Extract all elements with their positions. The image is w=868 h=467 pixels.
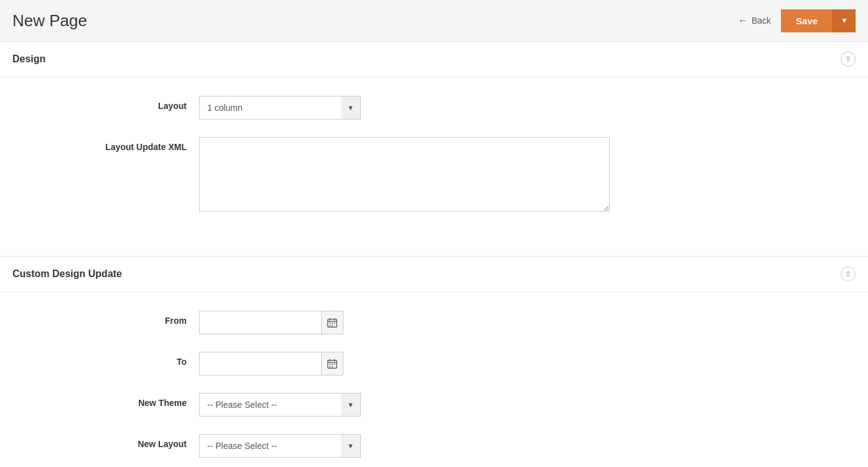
svg-rect-17 — [332, 366, 333, 367]
svg-rect-8 — [332, 325, 333, 326]
from-calendar-button[interactable] — [321, 311, 343, 334]
layout-dropdown-arrow[interactable]: ▼ — [341, 96, 361, 120]
to-label: To — [12, 352, 199, 367]
design-section-header[interactable]: Design ⇧ — [0, 42, 868, 77]
header-actions: ← Back Save ▼ — [728, 9, 856, 32]
svg-rect-16 — [330, 366, 331, 367]
page-content: Design ⇧ Layout 1 column 2 columns with … — [0, 42, 868, 467]
svg-rect-14 — [332, 364, 333, 365]
design-section-toggle[interactable]: ⇧ — [841, 52, 856, 67]
layout-label: Layout — [12, 96, 199, 111]
to-field — [199, 352, 635, 375]
from-row: From — [12, 311, 856, 334]
new-theme-select[interactable]: -- Please Select -- — [199, 393, 341, 417]
to-row: To — [12, 352, 856, 375]
custom-design-toggle-icon: ⇧ — [845, 270, 851, 278]
design-section-body: Layout 1 column 2 columns with left bar … — [0, 77, 868, 256]
new-theme-dropdown-arrow[interactable]: ▼ — [341, 393, 361, 417]
save-dropdown-button[interactable]: ▼ — [833, 9, 856, 32]
new-layout-row: New Layout -- Please Select -- ▼ — [12, 434, 856, 458]
from-label: From — [12, 311, 199, 326]
layout-field: 1 column 2 columns with left bar 2 colum… — [199, 96, 635, 120]
svg-rect-6 — [334, 323, 335, 324]
back-label: Back — [752, 16, 771, 26]
from-date-input[interactable] — [199, 311, 321, 334]
to-calendar-button[interactable] — [321, 352, 343, 375]
xml-field — [199, 137, 635, 214]
back-arrow-icon: ← — [738, 15, 748, 26]
new-theme-field: -- Please Select -- ▼ — [199, 393, 635, 417]
to-date-wrapper — [199, 352, 299, 375]
custom-design-section: Custom Design Update ⇧ From — [0, 257, 868, 467]
custom-design-section-title: Custom Design Update — [12, 268, 122, 280]
custom-design-section-body: From — [0, 292, 868, 467]
page-header: New Page ← Back Save ▼ — [0, 0, 868, 42]
custom-design-section-toggle[interactable]: ⇧ — [841, 267, 856, 281]
svg-rect-13 — [330, 364, 331, 365]
from-date-wrapper — [199, 311, 299, 334]
to-date-input[interactable] — [199, 352, 321, 375]
from-field — [199, 311, 635, 334]
xml-textarea[interactable] — [199, 137, 610, 212]
new-theme-row: New Theme -- Please Select -- ▼ — [12, 393, 856, 417]
layout-select-wrapper: 1 column 2 columns with left bar 2 colum… — [199, 96, 361, 120]
save-button-group: Save ▼ — [781, 9, 856, 32]
from-calendar-icon — [327, 317, 338, 328]
svg-rect-15 — [334, 364, 335, 365]
design-section: Design ⇧ Layout 1 column 2 columns with … — [0, 42, 868, 257]
custom-design-section-header[interactable]: Custom Design Update ⇧ — [0, 257, 868, 292]
layout-row: Layout 1 column 2 columns with left bar … — [12, 96, 856, 120]
xml-row: Layout Update XML — [12, 137, 856, 214]
new-theme-label: New Theme — [12, 393, 199, 408]
new-layout-label: New Layout — [12, 434, 199, 449]
page-title: New Page — [12, 11, 87, 31]
back-button[interactable]: ← Back — [728, 10, 781, 31]
design-toggle-icon: ⇧ — [845, 55, 851, 64]
new-theme-select-wrapper: -- Please Select -- ▼ — [199, 393, 361, 417]
svg-rect-4 — [330, 323, 331, 324]
save-button[interactable]: Save — [781, 9, 833, 32]
svg-rect-7 — [330, 325, 331, 326]
to-calendar-icon — [327, 358, 338, 369]
design-section-title: Design — [12, 54, 45, 65]
new-layout-select-wrapper: -- Please Select -- ▼ — [199, 434, 361, 458]
new-layout-field: -- Please Select -- ▼ — [199, 434, 635, 458]
svg-rect-5 — [332, 323, 333, 324]
new-layout-dropdown-arrow[interactable]: ▼ — [341, 434, 361, 458]
layout-select[interactable]: 1 column 2 columns with left bar 2 colum… — [199, 96, 341, 120]
new-layout-select[interactable]: -- Please Select -- — [199, 434, 341, 458]
xml-label: Layout Update XML — [12, 137, 199, 152]
